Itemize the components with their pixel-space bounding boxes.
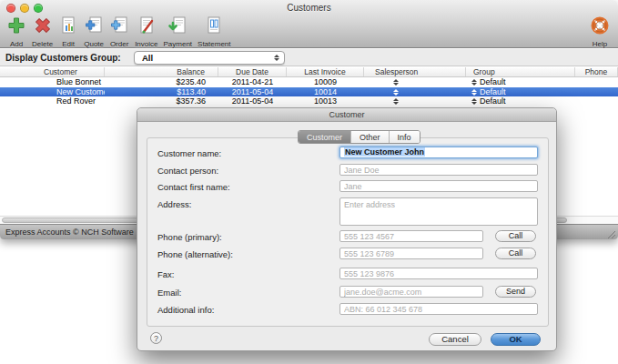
contact-person-label: Contact person:	[157, 166, 218, 176]
delete-icon	[33, 15, 53, 39]
group-stepper-icon[interactable]	[471, 98, 477, 105]
column-header-last-invoice[interactable]: Last Invoice	[287, 67, 364, 76]
column-header-group[interactable]: Group	[466, 67, 575, 76]
cell-salesperson	[364, 87, 466, 97]
quote-icon	[84, 15, 104, 39]
column-header-due-date[interactable]: Due Date	[218, 67, 287, 76]
cell-customer: New Customer John	[0, 87, 105, 97]
quote-button[interactable]: Quote	[81, 15, 106, 48]
address-field[interactable]	[339, 197, 538, 226]
cell-balance: $235.40	[105, 77, 218, 87]
cell-balance: $357.36	[105, 96, 218, 106]
salesperson-stepper-icon[interactable]	[393, 98, 399, 105]
table-row[interactable]: Blue Bonnet $235.40 2011-04-21 10009 Def…	[0, 77, 618, 87]
cell-group: Default	[466, 87, 575, 97]
cell-phone	[575, 96, 618, 106]
cell-last-invoice: 10013	[287, 96, 364, 106]
customer-name-field[interactable]: New Customer John	[339, 147, 538, 158]
dialog-titlebar: Customer	[137, 108, 556, 122]
cancel-button[interactable]: Cancel	[429, 333, 481, 346]
quote-label: Quote	[84, 40, 104, 48]
table-row-selected[interactable]: New Customer John $113.40 2011-05-04 100…	[0, 87, 618, 97]
dialog-tabs: Customer Other Info	[298, 130, 420, 144]
payment-icon	[167, 15, 187, 39]
tab-customer[interactable]: Customer	[299, 131, 351, 143]
customers-group-label: Display Customers Group:	[5, 53, 121, 63]
add-icon	[6, 15, 26, 39]
cell-customer: Blue Bonnet	[0, 77, 105, 87]
statement-icon	[204, 15, 224, 39]
add-button[interactable]: Add	[4, 15, 29, 48]
ok-button[interactable]: OK	[491, 333, 541, 346]
status-text: Express Accounts © NCH Software	[5, 228, 134, 237]
column-header-salesperson[interactable]: Salesperson	[364, 67, 466, 76]
dialog-help-button[interactable]: ?	[150, 332, 162, 344]
edit-label: Edit	[62, 40, 75, 48]
group-stepper-icon[interactable]	[471, 79, 477, 86]
cell-due-date: 2011-05-04	[218, 87, 287, 97]
phone-primary-label: Phone (primary):	[157, 232, 222, 242]
filter-bar: Display Customers Group: All	[0, 49, 618, 66]
column-header-phone[interactable]: Phone	[575, 67, 618, 76]
fax-label: Fax:	[157, 269, 174, 279]
cell-last-invoice: 10009	[287, 77, 364, 87]
cell-phone	[575, 77, 618, 87]
contact-first-name-field[interactable]	[339, 180, 538, 192]
call-primary-button[interactable]: Call	[495, 230, 536, 242]
cell-due-date: 2011-04-21	[218, 77, 287, 87]
order-button[interactable]: Order	[106, 15, 132, 48]
invoice-button[interactable]: Invoice	[132, 15, 160, 48]
delete-button[interactable]: Delete	[29, 15, 56, 48]
payment-label: Payment	[163, 40, 192, 48]
edit-button[interactable]: Edit	[56, 15, 81, 48]
tab-info[interactable]: Info	[390, 131, 420, 143]
cell-balance: $113.40	[105, 87, 218, 97]
order-icon	[109, 15, 129, 39]
phone-primary-field[interactable]	[339, 230, 483, 242]
customer-name-value: New Customer John	[344, 147, 425, 157]
customer-dialog: Customer Customer Other Info Customer na…	[137, 107, 557, 351]
titlebar: Customers Add Delete Edit Quote	[0, 0, 618, 48]
cell-customer: Red Rover	[0, 96, 105, 106]
column-header-customer[interactable]: Customer	[0, 67, 105, 76]
table-row[interactable]: Red Rover $357.36 2011-05-04 10013 Defau…	[0, 96, 618, 106]
statement-button[interactable]: Statement	[195, 15, 233, 48]
customers-table: Blue Bonnet $235.40 2011-04-21 10009 Def…	[0, 77, 618, 106]
additional-info-label: Additional info:	[157, 305, 214, 315]
email-field[interactable]	[339, 286, 483, 298]
help-button[interactable]: Help	[587, 15, 613, 48]
cell-salesperson	[364, 96, 466, 106]
call-alternative-button[interactable]: Call	[495, 248, 536, 259]
customer-name-label: Customer name:	[157, 148, 221, 158]
cell-due-date: 2011-05-04	[218, 96, 287, 106]
cell-phone	[575, 87, 618, 97]
send-email-button[interactable]: Send	[495, 286, 536, 298]
contact-person-field[interactable]	[339, 164, 538, 176]
customers-group-value: All	[142, 53, 153, 63]
table-header: Customer Balance Due Date Last Invoice S…	[0, 67, 618, 77]
edit-icon	[58, 15, 78, 39]
tab-other[interactable]: Other	[351, 131, 390, 143]
invoice-icon	[137, 15, 157, 39]
phone-alternative-field[interactable]	[339, 248, 483, 259]
fax-field[interactable]	[339, 268, 538, 279]
address-label: Address:	[157, 199, 192, 209]
dialog-title: Customer	[137, 108, 556, 122]
salesperson-stepper-icon[interactable]	[393, 79, 399, 86]
customers-group-select[interactable]: All	[134, 51, 285, 65]
delete-label: Delete	[32, 40, 53, 48]
cell-group: Default	[466, 77, 575, 87]
column-header-balance[interactable]: Balance	[105, 67, 218, 76]
order-label: Order	[110, 40, 128, 48]
group-stepper-icon[interactable]	[471, 89, 477, 96]
group-value: Default	[480, 77, 506, 86]
toolbar: Add Delete Edit Quote Order	[4, 15, 234, 48]
help-lifesaver-icon	[590, 15, 610, 39]
screen: Customers Add Delete Edit Quote	[0, 0, 618, 364]
salesperson-stepper-icon[interactable]	[393, 89, 399, 96]
add-label: Add	[10, 40, 23, 48]
resize-grip[interactable]	[605, 227, 616, 238]
additional-info-field[interactable]	[339, 303, 538, 315]
email-label: Email:	[157, 288, 181, 298]
payment-button[interactable]: Payment	[160, 15, 195, 48]
